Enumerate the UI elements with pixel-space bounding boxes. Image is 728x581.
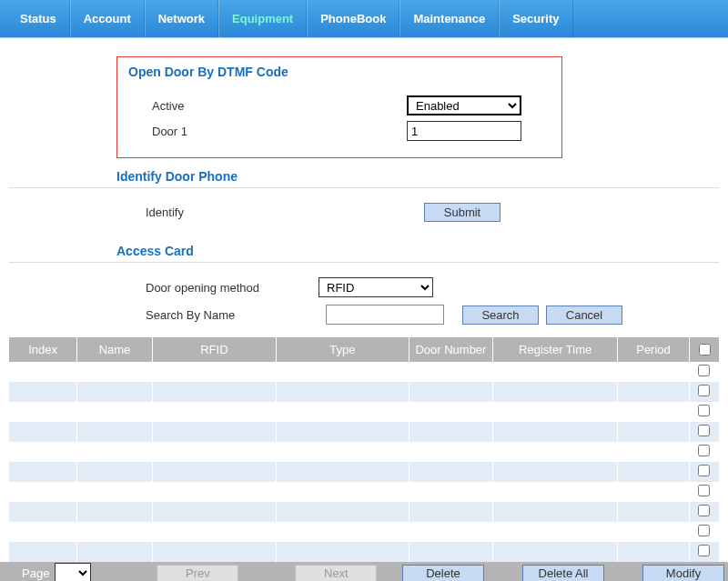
row-checkbox[interactable] (698, 385, 710, 396)
table-footer: Page Prev Next Delete Delete All Modify (0, 562, 728, 581)
prev-button[interactable]: Prev (157, 565, 238, 582)
table-row (9, 382, 719, 402)
table-row (9, 422, 719, 442)
modify-button[interactable]: Modify (642, 565, 724, 582)
table-row (9, 522, 719, 542)
method-label: Door opening method (146, 281, 318, 295)
page-label: Page (22, 566, 49, 580)
identify-submit-button[interactable]: Submit (424, 203, 500, 222)
table-row (9, 362, 719, 382)
th-rfid: RFID (152, 337, 276, 362)
nav-tab-phonebook[interactable]: PhoneBook (307, 0, 399, 37)
table-row (9, 462, 719, 482)
row-checkbox[interactable] (698, 485, 710, 496)
nav-tab-network[interactable]: Network (145, 0, 218, 37)
access-card-title: Access Card (116, 244, 719, 258)
dtmf-title: Open Door By DTMF Code (128, 65, 561, 79)
row-checkbox[interactable] (698, 365, 710, 376)
th-select-all (689, 337, 719, 362)
delete-all-button[interactable]: Delete All (522, 565, 604, 582)
row-checkbox[interactable] (698, 525, 710, 536)
th-type: Type (276, 337, 409, 362)
row-checkbox[interactable] (698, 545, 710, 556)
divider-2 (9, 262, 719, 263)
nav-tab-account[interactable]: Account (70, 0, 145, 37)
identify-title: Identify Door Phone (116, 169, 719, 184)
row-checkbox[interactable] (698, 465, 710, 476)
next-button[interactable]: Next (295, 565, 377, 582)
page-body: Open Door By DTMF Code Active Enabled Do… (0, 38, 728, 562)
search-label: Search By Name (146, 308, 318, 322)
nav-tab-equipment[interactable]: Equipment (218, 0, 307, 37)
table-row (9, 542, 719, 562)
dtmf-section: Open Door By DTMF Code Active Enabled Do… (116, 56, 562, 158)
row-checkbox[interactable] (698, 445, 710, 456)
row-checkbox[interactable] (698, 505, 710, 516)
th-doornum: Door Number (409, 337, 493, 362)
table-row (9, 442, 719, 462)
nav-tab-status[interactable]: Status (7, 0, 70, 37)
table-row (9, 482, 719, 502)
delete-button[interactable]: Delete (402, 565, 484, 582)
select-all-checkbox[interactable] (699, 344, 711, 356)
nav-tab-maintenance[interactable]: Maintenance (399, 0, 499, 37)
main-nav: Status Account Network Equipment PhoneBo… (0, 0, 728, 38)
search-button[interactable]: Search (462, 306, 539, 325)
cancel-button[interactable]: Cancel (546, 306, 622, 325)
page-select[interactable] (55, 563, 91, 581)
row-checkbox[interactable] (698, 425, 710, 436)
dtmf-door1-label: Door 1 (152, 125, 407, 138)
table-row (9, 502, 719, 522)
th-name: Name (77, 337, 153, 362)
th-regtime: Register Time (493, 337, 618, 362)
dtmf-active-label: Active (152, 99, 407, 113)
identify-label: Identify (146, 205, 318, 219)
nav-tab-security[interactable]: Security (499, 0, 572, 37)
dtmf-active-select[interactable]: Enabled (407, 95, 521, 115)
table-row (9, 402, 719, 422)
card-table: Index Name RFID Type Door Number Registe… (9, 337, 719, 562)
search-input[interactable] (326, 305, 444, 325)
th-index: Index (9, 337, 77, 362)
row-checkbox[interactable] (698, 405, 710, 416)
th-period: Period (618, 337, 690, 362)
dtmf-door1-input[interactable] (407, 121, 521, 141)
method-select[interactable]: RFID (318, 277, 433, 297)
divider (9, 187, 719, 188)
